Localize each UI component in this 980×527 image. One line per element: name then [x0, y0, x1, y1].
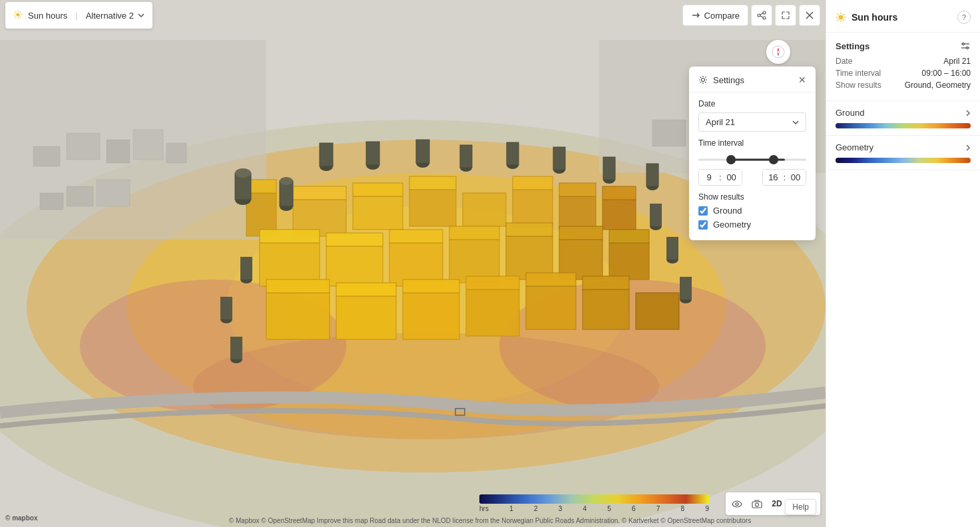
range-thumb-left[interactable]: [726, 155, 736, 164]
svg-rect-132: [752, 502, 762, 508]
time-interval-info-value: 09:00 – 16:00: [922, 69, 971, 78]
svg-point-111: [763, 17, 766, 19]
date-value: April 21: [706, 117, 735, 127]
svg-rect-51: [266, 279, 330, 293]
svg-rect-96: [680, 277, 692, 299]
start-time-input[interactable]: :: [698, 169, 742, 186]
svg-rect-58: [526, 286, 576, 329]
legend-label-5: 5: [607, 505, 611, 512]
start-minute-field[interactable]: [722, 170, 742, 185]
share-button[interactable]: [751, 5, 772, 26]
end-time-input[interactable]: :: [762, 169, 806, 186]
date-dropdown[interactable]: April 21: [698, 112, 806, 132]
svg-line-113: [760, 13, 763, 15]
time-interval-info-row: Time interval 09:00 – 16:00: [836, 69, 971, 78]
end-hour-field[interactable]: [763, 170, 783, 185]
settings-close-button[interactable]: ✕: [798, 75, 806, 85]
legend-label-7: 7: [656, 505, 660, 512]
svg-rect-52: [336, 296, 396, 339]
date-chevron-icon: [792, 120, 799, 124]
tune-icon[interactable]: [960, 41, 971, 51]
legend-label-6: 6: [632, 505, 636, 512]
legend-label-9: 9: [705, 505, 709, 512]
legend-label-hrs: hrs: [479, 505, 489, 512]
svg-rect-86: [240, 257, 252, 279]
geometry-section-title: Geometry: [836, 142, 873, 152]
end-minute-field[interactable]: [786, 170, 806, 185]
svg-rect-60: [583, 289, 629, 329]
svg-rect-45: [506, 223, 553, 236]
svg-rect-30: [513, 190, 553, 226]
time-range-slider[interactable]: [698, 153, 806, 166]
ground-checkbox-row: Ground: [698, 206, 806, 216]
help-button[interactable]: Help: [785, 499, 816, 515]
svg-point-101: [16, 13, 19, 16]
date-label: Date: [698, 99, 806, 108]
date-info-value: April 21: [943, 57, 971, 66]
attribution-text: © Mapbox © OpenStreetMap Improve this ma…: [229, 517, 751, 524]
alternative-dropdown[interactable]: Alternative 2: [86, 11, 144, 21]
svg-rect-43: [449, 226, 499, 240]
camera-button[interactable]: [748, 494, 766, 513]
2d-button[interactable]: 2D: [768, 494, 786, 513]
svg-point-65: [235, 168, 251, 178]
ground-section: Ground: [826, 101, 980, 136]
geometry-checkbox[interactable]: [698, 220, 708, 230]
compass-button[interactable]: [766, 40, 790, 64]
show-results-info-label: Show results: [836, 81, 881, 90]
svg-point-68: [280, 177, 293, 185]
ground-section-header[interactable]: Ground: [836, 108, 971, 118]
settings-gear-icon: [698, 75, 708, 85]
start-hour-field[interactable]: [699, 170, 719, 185]
2d-label: 2D: [772, 499, 782, 508]
geometry-section-header[interactable]: Geometry: [836, 142, 971, 152]
svg-line-108: [20, 11, 21, 12]
svg-rect-38: [326, 246, 383, 286]
svg-rect-62: [636, 293, 679, 329]
camera-icon: [752, 499, 762, 508]
svg-rect-74: [416, 140, 429, 163]
geometry-checkbox-row: Geometry: [698, 220, 806, 230]
compare-label: Compare: [704, 11, 740, 21]
svg-rect-31: [513, 176, 553, 190]
svg-rect-82: [603, 157, 615, 180]
time-interval-info-label: Time interval: [836, 69, 881, 78]
svg-rect-47: [559, 226, 603, 240]
close-icon: [806, 11, 814, 19]
legend-label-1: 1: [509, 505, 513, 512]
svg-rect-72: [366, 142, 379, 165]
svg-rect-12: [107, 140, 130, 163]
chevron-down-icon: [138, 13, 144, 17]
svg-rect-41: [389, 230, 443, 243]
geometry-chevron-icon: [965, 144, 971, 152]
right-panel: Sun hours ? Settings Date April 21 Time …: [826, 0, 980, 527]
mapbox-logo: © mapbox: [5, 514, 38, 522]
svg-point-112: [758, 14, 760, 17]
svg-point-110: [763, 11, 766, 14]
svg-rect-28: [409, 176, 456, 190]
svg-rect-56: [466, 289, 519, 336]
svg-rect-15: [40, 193, 63, 210]
ground-chevron-icon: [965, 109, 971, 117]
app-header: Sun hours | Alternative 2: [5, 2, 152, 29]
app-title: Sun hours: [28, 11, 67, 21]
eye-button[interactable]: [728, 494, 746, 513]
dropdown-label: Alternative 2: [86, 11, 134, 21]
svg-rect-17: [97, 180, 130, 206]
svg-rect-48: [609, 243, 649, 279]
svg-rect-10: [33, 146, 60, 166]
expand-button[interactable]: [775, 5, 796, 26]
close-button[interactable]: [799, 5, 820, 26]
settings-title: Settings: [713, 75, 744, 85]
compare-button[interactable]: Compare: [682, 5, 748, 26]
legend-label-2: 2: [534, 505, 538, 512]
ground-checkbox[interactable]: [698, 206, 708, 216]
settings-popup: Settings ✕ Date April 21 Time interval: [689, 67, 816, 240]
svg-rect-13: [133, 130, 163, 160]
svg-rect-39: [326, 233, 383, 246]
share-icon: [757, 11, 766, 20]
svg-rect-26: [353, 183, 403, 196]
eye-icon: [732, 500, 742, 508]
svg-point-129: [963, 43, 965, 45]
range-thumb-right[interactable]: [769, 155, 778, 164]
